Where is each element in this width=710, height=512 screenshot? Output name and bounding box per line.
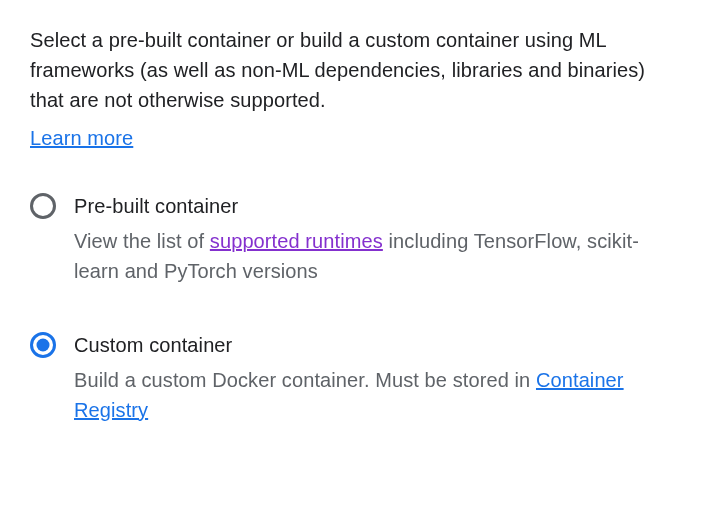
learn-more-link[interactable]: Learn more bbox=[30, 127, 133, 149]
container-type-radio-group: Pre-built container View the list of sup… bbox=[30, 191, 680, 425]
radio-option-custom[interactable]: Custom container Build a custom Docker c… bbox=[30, 330, 680, 425]
radio-button-prebuilt[interactable] bbox=[30, 193, 56, 219]
prebuilt-description: View the list of supported runtimes incl… bbox=[74, 226, 680, 286]
intro-text: Select a pre-built container or build a … bbox=[30, 29, 645, 111]
supported-runtimes-link[interactable]: supported runtimes bbox=[210, 230, 383, 252]
custom-description: Build a custom Docker container. Must be… bbox=[74, 365, 680, 425]
prebuilt-title: Pre-built container bbox=[74, 191, 680, 221]
radio-option-prebuilt[interactable]: Pre-built container View the list of sup… bbox=[30, 191, 680, 286]
radio-button-custom[interactable] bbox=[30, 332, 56, 358]
custom-title: Custom container bbox=[74, 330, 680, 360]
